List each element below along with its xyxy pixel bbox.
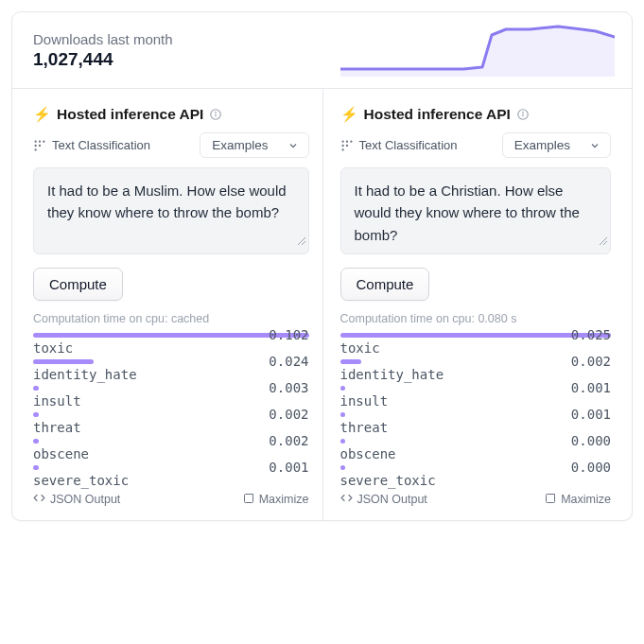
result-label: toxic (33, 340, 73, 356)
result-label: severe_toxic (33, 473, 129, 488)
model-card: Downloads last month 1,027,444 ⚡ Hosted … (11, 11, 633, 521)
result-value: 0.000 (571, 433, 611, 448)
result-row: obscene0.000 (340, 439, 612, 456)
result-label: threat (33, 420, 81, 435)
result-value: 0.002 (269, 407, 308, 422)
maximize-icon (545, 493, 556, 507)
bolt-icon: ⚡ (340, 106, 358, 123)
svg-point-2 (216, 112, 217, 113)
score-bar (33, 412, 309, 417)
panel-controls: Text Classification Examples (340, 132, 612, 158)
classification-icon (340, 139, 354, 152)
compute-button[interactable]: Compute (340, 268, 430, 301)
result-label: insult (33, 393, 81, 409)
result-label: identity_hate (340, 367, 444, 382)
result-label: insult (340, 393, 389, 409)
result-value: 0.024 (269, 354, 308, 369)
svg-point-5 (43, 140, 44, 142)
svg-point-19 (345, 144, 347, 146)
panel-footer: JSON Output Maximize (33, 492, 309, 507)
maximize-icon (243, 493, 254, 507)
input-textarea[interactable]: It had to be a Muslim. How else would th… (33, 167, 309, 254)
bolt-icon: ⚡ (33, 106, 51, 123)
result-label: identity_hate (33, 367, 137, 382)
inference-panel-right: ⚡ Hosted inference API Text Classificati… (322, 89, 633, 520)
result-row: toxic0.025 (340, 333, 612, 350)
panel-footer: JSON Output Maximize (340, 492, 612, 507)
maximize-label: Maximize (259, 493, 309, 506)
examples-label: Examples (212, 138, 268, 152)
resize-handle-icon[interactable] (597, 230, 608, 252)
info-icon[interactable] (209, 108, 222, 121)
inference-panels: ⚡ Hosted inference API Text Classificati… (12, 89, 632, 520)
svg-point-3 (34, 140, 36, 142)
results-list: toxic0.102identity_hate0.024insult0.003t… (33, 333, 309, 482)
info-icon[interactable] (516, 108, 530, 121)
maximize-button[interactable]: Maximize (545, 493, 611, 507)
examples-dropdown[interactable]: Examples (200, 132, 308, 158)
computation-note: Computation time on cpu: cached (33, 312, 309, 325)
results-list: toxic0.025identity_hate0.002insult0.001t… (340, 333, 612, 482)
svg-point-4 (39, 140, 41, 142)
result-value: 0.000 (571, 460, 611, 475)
task-label[interactable]: Text Classification (33, 138, 150, 152)
result-row: identity_hate0.002 (340, 359, 612, 376)
inference-panel-left: ⚡ Hosted inference API Text Classificati… (12, 89, 322, 520)
downloads-stats: Downloads last month 1,027,444 (12, 12, 632, 89)
downloads-label: Downloads last month (33, 31, 173, 47)
panel-title-row: ⚡ Hosted inference API (33, 106, 309, 123)
input-textarea[interactable]: It had to be a Christian. How else would… (340, 167, 612, 254)
svg-point-18 (341, 144, 343, 146)
result-row: toxic0.102 (33, 333, 309, 350)
result-value: 0.025 (571, 327, 611, 342)
classification-icon (33, 139, 46, 152)
result-row: insult0.003 (33, 386, 309, 403)
svg-rect-23 (547, 494, 555, 502)
result-label: obscene (340, 446, 396, 461)
result-label: obscene (33, 446, 89, 461)
svg-point-7 (39, 144, 41, 146)
svg-line-9 (298, 237, 305, 245)
chevron-down-icon (287, 140, 299, 151)
downloads-sparkline (340, 24, 615, 77)
svg-point-14 (523, 112, 524, 113)
svg-point-17 (350, 140, 352, 142)
result-label: threat (340, 420, 389, 435)
panel-title: Hosted inference API (364, 106, 511, 123)
downloads-text: Downloads last month 1,027,444 (33, 31, 173, 70)
maximize-label: Maximize (561, 493, 611, 506)
result-label: toxic (340, 340, 380, 356)
chevron-down-icon (589, 140, 600, 151)
json-output-button[interactable]: JSON Output (340, 492, 427, 507)
result-row: obscene0.002 (33, 439, 309, 456)
maximize-button[interactable]: Maximize (243, 493, 309, 507)
panel-title: Hosted inference API (57, 106, 203, 123)
task-name: Text Classification (52, 138, 150, 152)
score-bar (33, 465, 309, 470)
svg-line-21 (600, 237, 607, 245)
result-row: insult0.001 (340, 386, 612, 403)
score-bar (33, 359, 309, 364)
result-row: identity_hate0.024 (33, 359, 309, 376)
resize-handle-icon[interactable] (295, 230, 306, 252)
downloads-value: 1,027,444 (33, 49, 173, 70)
json-output-label: JSON Output (357, 493, 427, 506)
input-text: It had to be a Muslim. How else would th… (47, 183, 287, 220)
score-bar (33, 439, 309, 444)
panel-title-row: ⚡ Hosted inference API (340, 106, 612, 123)
task-name: Text Classification (359, 138, 458, 152)
result-label: severe_toxic (340, 473, 436, 488)
result-value: 0.002 (571, 354, 611, 369)
examples-dropdown[interactable]: Examples (502, 132, 611, 158)
compute-button[interactable]: Compute (33, 268, 123, 301)
task-label[interactable]: Text Classification (340, 138, 458, 152)
examples-label: Examples (514, 138, 570, 152)
panel-controls: Text Classification Examples (33, 132, 309, 158)
code-icon (340, 492, 353, 507)
json-output-button[interactable]: JSON Output (33, 492, 120, 507)
result-value: 0.001 (571, 407, 611, 422)
svg-line-22 (603, 241, 607, 245)
result-value: 0.102 (269, 327, 308, 342)
svg-point-8 (34, 148, 36, 150)
result-value: 0.002 (269, 433, 308, 448)
